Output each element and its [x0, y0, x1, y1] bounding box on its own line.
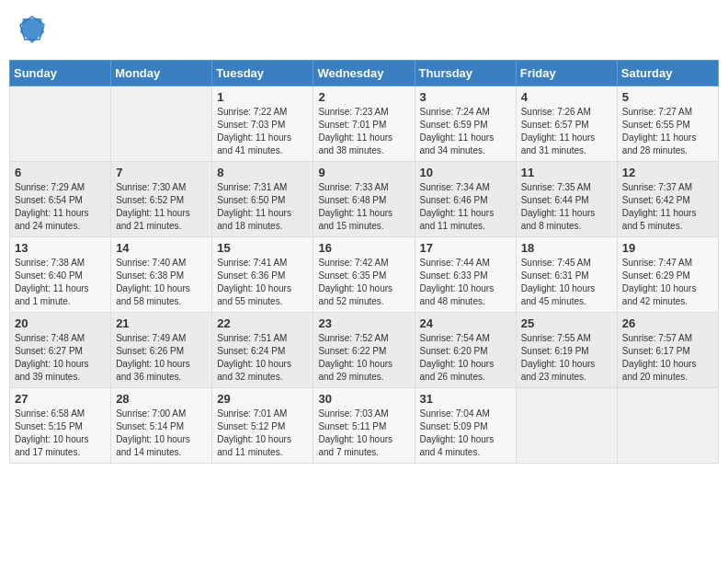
day-number: 18 [521, 241, 612, 255]
day-number: 4 [521, 90, 612, 104]
day-info: Sunrise: 7:38 AM Sunset: 6:40 PM Dayligh… [15, 257, 106, 308]
day-number: 20 [15, 316, 106, 330]
day-number: 22 [217, 316, 308, 330]
day-info: Sunrise: 7:54 AM Sunset: 6:20 PM Dayligh… [420, 332, 511, 384]
calendar-cell: 14Sunrise: 7:40 AM Sunset: 6:38 PM Dayli… [111, 237, 212, 313]
calendar-cell: 26Sunrise: 7:57 AM Sunset: 6:17 PM Dayli… [617, 313, 718, 388]
calendar-cell: 21Sunrise: 7:49 AM Sunset: 6:26 PM Dayli… [111, 313, 212, 388]
day-info: Sunrise: 7:37 AM Sunset: 6:42 PM Dayligh… [622, 181, 713, 233]
calendar-cell [10, 86, 111, 162]
calendar-week-4: 20Sunrise: 7:48 AM Sunset: 6:27 PM Dayli… [10, 313, 719, 388]
logo-icon [18, 14, 46, 46]
page-header [9, 9, 719, 51]
day-info: Sunrise: 7:44 AM Sunset: 6:33 PM Dayligh… [420, 257, 511, 308]
header-thursday: Thursday [415, 61, 516, 86]
day-number: 15 [217, 241, 308, 255]
day-info: Sunrise: 7:04 AM Sunset: 5:09 PM Dayligh… [420, 408, 511, 459]
calendar-cell: 20Sunrise: 7:48 AM Sunset: 6:27 PM Dayli… [10, 313, 111, 388]
calendar-cell: 16Sunrise: 7:42 AM Sunset: 6:35 PM Dayli… [313, 237, 415, 313]
calendar-week-1: 1Sunrise: 7:22 AM Sunset: 7:03 PM Daylig… [10, 86, 719, 162]
header-sunday: Sunday [10, 61, 111, 86]
calendar-cell: 19Sunrise: 7:47 AM Sunset: 6:29 PM Dayli… [617, 237, 718, 313]
calendar-cell: 10Sunrise: 7:34 AM Sunset: 6:46 PM Dayli… [415, 162, 516, 237]
header-monday: Monday [111, 61, 212, 86]
day-number: 31 [420, 392, 511, 406]
day-info: Sunrise: 7:52 AM Sunset: 6:22 PM Dayligh… [318, 332, 409, 384]
calendar-cell: 5Sunrise: 7:27 AM Sunset: 6:55 PM Daylig… [617, 86, 718, 162]
day-info: Sunrise: 7:40 AM Sunset: 6:38 PM Dayligh… [116, 257, 207, 308]
day-info: Sunrise: 7:30 AM Sunset: 6:52 PM Dayligh… [116, 181, 207, 233]
header-friday: Friday [516, 61, 617, 86]
calendar-cell [111, 86, 212, 162]
day-number: 17 [420, 241, 511, 255]
day-info: Sunrise: 7:26 AM Sunset: 6:57 PM Dayligh… [521, 106, 612, 157]
calendar-cell: 9Sunrise: 7:33 AM Sunset: 6:48 PM Daylig… [313, 162, 415, 237]
calendar-cell: 4Sunrise: 7:26 AM Sunset: 6:57 PM Daylig… [516, 86, 617, 162]
day-number: 2 [318, 90, 409, 104]
day-info: Sunrise: 7:48 AM Sunset: 6:27 PM Dayligh… [15, 332, 106, 384]
calendar-cell: 29Sunrise: 7:01 AM Sunset: 5:12 PM Dayli… [212, 388, 313, 464]
day-info: Sunrise: 7:35 AM Sunset: 6:44 PM Dayligh… [521, 181, 612, 233]
day-number: 26 [622, 316, 713, 330]
logo [18, 14, 50, 46]
calendar-table: SundayMondayTuesdayWednesdayThursdayFrid… [9, 60, 719, 464]
day-info: Sunrise: 7:55 AM Sunset: 6:19 PM Dayligh… [521, 332, 612, 384]
day-info: Sunrise: 7:03 AM Sunset: 5:11 PM Dayligh… [318, 408, 409, 459]
calendar-cell: 7Sunrise: 7:30 AM Sunset: 6:52 PM Daylig… [111, 162, 212, 237]
day-number: 21 [116, 316, 207, 330]
day-info: Sunrise: 7:22 AM Sunset: 7:03 PM Dayligh… [217, 106, 308, 157]
calendar-cell: 22Sunrise: 7:51 AM Sunset: 6:24 PM Dayli… [212, 313, 313, 388]
calendar-cell: 8Sunrise: 7:31 AM Sunset: 6:50 PM Daylig… [212, 162, 313, 237]
day-number: 5 [622, 90, 713, 104]
day-number: 11 [521, 166, 612, 179]
day-info: Sunrise: 7:57 AM Sunset: 6:17 PM Dayligh… [622, 332, 713, 384]
day-number: 29 [217, 392, 308, 406]
calendar-cell: 30Sunrise: 7:03 AM Sunset: 5:11 PM Dayli… [313, 388, 415, 464]
day-info: Sunrise: 7:31 AM Sunset: 6:50 PM Dayligh… [217, 181, 308, 233]
day-info: Sunrise: 6:58 AM Sunset: 5:15 PM Dayligh… [15, 408, 106, 459]
calendar-cell: 28Sunrise: 7:00 AM Sunset: 5:14 PM Dayli… [111, 388, 212, 464]
day-info: Sunrise: 7:27 AM Sunset: 6:55 PM Dayligh… [622, 106, 713, 157]
calendar-header-row: SundayMondayTuesdayWednesdayThursdayFrid… [10, 61, 719, 86]
calendar-cell: 31Sunrise: 7:04 AM Sunset: 5:09 PM Dayli… [415, 388, 516, 464]
calendar-cell [516, 388, 617, 464]
calendar-cell: 18Sunrise: 7:45 AM Sunset: 6:31 PM Dayli… [516, 237, 617, 313]
calendar-cell: 23Sunrise: 7:52 AM Sunset: 6:22 PM Dayli… [313, 313, 415, 388]
calendar-week-2: 6Sunrise: 7:29 AM Sunset: 6:54 PM Daylig… [10, 162, 719, 237]
day-info: Sunrise: 7:23 AM Sunset: 7:01 PM Dayligh… [318, 106, 409, 157]
calendar-cell: 2Sunrise: 7:23 AM Sunset: 7:01 PM Daylig… [313, 86, 415, 162]
calendar-cell: 13Sunrise: 7:38 AM Sunset: 6:40 PM Dayli… [10, 237, 111, 313]
header-tuesday: Tuesday [212, 61, 313, 86]
day-number: 28 [116, 392, 207, 406]
day-info: Sunrise: 7:45 AM Sunset: 6:31 PM Dayligh… [521, 257, 612, 308]
day-number: 27 [15, 392, 106, 406]
calendar-cell: 11Sunrise: 7:35 AM Sunset: 6:44 PM Dayli… [516, 162, 617, 237]
header-saturday: Saturday [617, 61, 718, 86]
calendar-cell: 12Sunrise: 7:37 AM Sunset: 6:42 PM Dayli… [617, 162, 718, 237]
day-info: Sunrise: 7:42 AM Sunset: 6:35 PM Dayligh… [318, 257, 409, 308]
day-number: 23 [318, 316, 409, 330]
day-info: Sunrise: 7:01 AM Sunset: 5:12 PM Dayligh… [217, 408, 308, 459]
day-info: Sunrise: 7:34 AM Sunset: 6:46 PM Dayligh… [420, 181, 511, 233]
day-number: 6 [15, 166, 106, 179]
day-number: 30 [318, 392, 409, 406]
calendar-cell: 3Sunrise: 7:24 AM Sunset: 6:59 PM Daylig… [415, 86, 516, 162]
calendar-cell: 27Sunrise: 6:58 AM Sunset: 5:15 PM Dayli… [10, 388, 111, 464]
day-info: Sunrise: 7:24 AM Sunset: 6:59 PM Dayligh… [420, 106, 511, 157]
calendar-cell [617, 388, 718, 464]
calendar-cell: 25Sunrise: 7:55 AM Sunset: 6:19 PM Dayli… [516, 313, 617, 388]
header-wednesday: Wednesday [313, 61, 415, 86]
calendar-week-5: 27Sunrise: 6:58 AM Sunset: 5:15 PM Dayli… [10, 388, 719, 464]
day-info: Sunrise: 7:47 AM Sunset: 6:29 PM Dayligh… [622, 257, 713, 308]
day-number: 24 [420, 316, 511, 330]
day-number: 19 [622, 241, 713, 255]
day-number: 1 [217, 90, 308, 104]
calendar-cell: 1Sunrise: 7:22 AM Sunset: 7:03 PM Daylig… [212, 86, 313, 162]
calendar-cell: 6Sunrise: 7:29 AM Sunset: 6:54 PM Daylig… [10, 162, 111, 237]
day-number: 14 [116, 241, 207, 255]
day-number: 9 [318, 166, 409, 179]
day-info: Sunrise: 7:51 AM Sunset: 6:24 PM Dayligh… [217, 332, 308, 384]
calendar-cell: 17Sunrise: 7:44 AM Sunset: 6:33 PM Dayli… [415, 237, 516, 313]
day-number: 7 [116, 166, 207, 179]
day-info: Sunrise: 7:41 AM Sunset: 6:36 PM Dayligh… [217, 257, 308, 308]
